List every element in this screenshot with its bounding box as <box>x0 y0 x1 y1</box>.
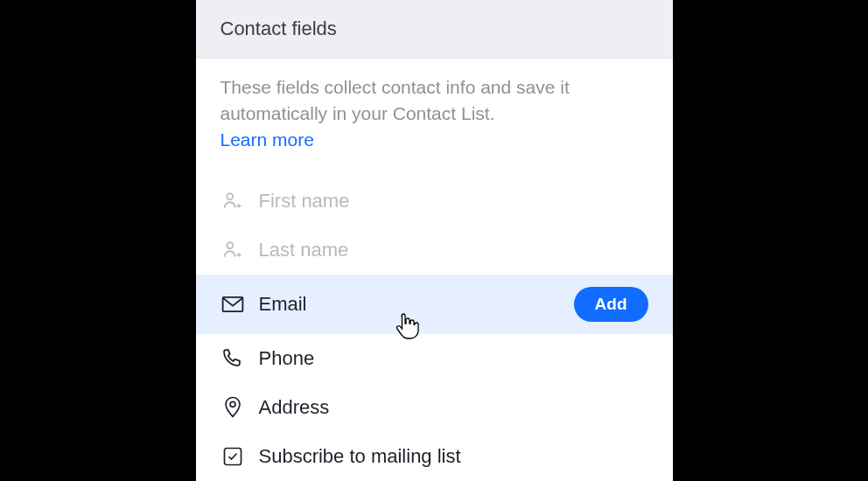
envelope-icon <box>220 292 245 317</box>
svg-point-3 <box>230 401 235 407</box>
field-label: Phone <box>259 347 648 370</box>
svg-rect-4 <box>224 448 241 464</box>
add-button[interactable]: Add <box>574 287 648 322</box>
field-item-subscribe[interactable]: Subscribe to mailing list <box>196 432 673 481</box>
field-item-first-name[interactable]: First name <box>196 177 673 226</box>
description-text: These fields collect contact info and sa… <box>220 77 570 123</box>
fields-list: First name Last name Email Add <box>196 152 673 481</box>
phone-icon <box>220 346 245 371</box>
field-item-email[interactable]: Email Add <box>196 275 673 334</box>
field-item-address[interactable]: Address <box>196 383 673 432</box>
panel-description: These fields collect contact info and sa… <box>196 59 673 152</box>
field-label: Subscribe to mailing list <box>259 445 648 468</box>
svg-point-0 <box>227 193 233 199</box>
location-pin-icon <box>220 395 245 420</box>
person-text-icon <box>220 189 245 213</box>
field-item-last-name[interactable]: Last name <box>196 226 673 275</box>
contact-fields-panel: Contact fields These fields collect cont… <box>196 0 673 481</box>
field-label: Last name <box>259 239 648 261</box>
checkbox-icon <box>220 444 245 469</box>
field-label: Email <box>259 293 574 316</box>
svg-point-1 <box>227 242 233 248</box>
field-label: First name <box>259 190 648 213</box>
field-item-phone[interactable]: Phone <box>196 334 673 383</box>
field-label: Address <box>259 396 648 419</box>
panel-header: Contact fields <box>196 0 673 59</box>
panel-title: Contact fields <box>220 17 648 40</box>
person-text-icon <box>220 238 245 262</box>
learn-more-link[interactable]: Learn more <box>220 129 314 150</box>
